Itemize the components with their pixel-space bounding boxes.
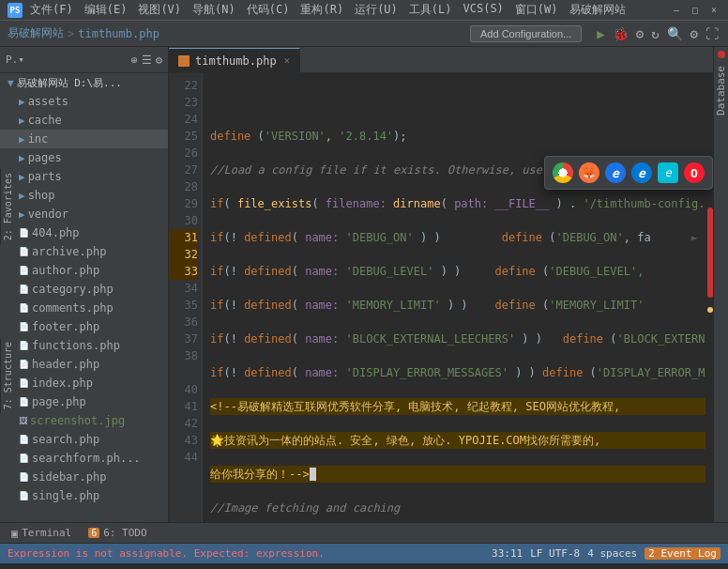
structure-panel-tab[interactable]: 7: Structure xyxy=(0,338,17,413)
terminal-tab[interactable]: ▣ Terminal xyxy=(4,523,79,544)
edge-icon[interactable]: e xyxy=(631,162,652,183)
menu-vcs[interactable]: VCS(S) xyxy=(463,2,504,18)
code-line-26: if(! defined( name: 'DEBUG_ON' ) ) defin… xyxy=(210,229,713,246)
tree-file-author[interactable]: 📄 author.php xyxy=(0,261,168,280)
tree-file-screenshot[interactable]: 🖼 screenshot.jpg xyxy=(0,411,168,430)
error-message: Expression is not assignable. Expected: … xyxy=(8,547,325,560)
editor-area: timthumb.php × 22 23 24 25 26 27 28 29 3… xyxy=(169,47,713,522)
code-editor[interactable]: 22 23 24 25 26 27 28 29 30 31 32 33 34 3… xyxy=(169,73,713,522)
tab-file-icon xyxy=(178,55,190,67)
chrome-icon[interactable] xyxy=(553,162,573,183)
menu-file[interactable]: 文件(F) xyxy=(30,2,73,18)
panel-sync-icon[interactable]: ⊕ xyxy=(131,54,138,67)
panel-dropdown[interactable]: P.▾ xyxy=(6,54,24,66)
line-numbers: 22 23 24 25 26 27 28 29 30 31 32 33 34 3… xyxy=(169,73,203,522)
menu-view[interactable]: 视图(V) xyxy=(138,2,181,18)
breadcrumb-sep: > xyxy=(68,27,74,40)
panel-gear-icon[interactable]: ⚙ xyxy=(156,54,162,67)
tree-folder-vendor[interactable]: ▶ vendor xyxy=(0,205,168,223)
opera-icon[interactable]: O xyxy=(684,162,705,183)
tree-file-404[interactable]: 📄 404.php xyxy=(0,223,168,242)
menu-window[interactable]: 窗口(W) xyxy=(515,2,558,18)
warning-indicator xyxy=(707,307,713,313)
menu-run[interactable]: 运行(U) xyxy=(355,2,398,18)
code-content[interactable]: define ('VERSION', '2.8.14'); //Load a c… xyxy=(203,73,713,522)
menu-tools[interactable]: 工具(L) xyxy=(409,2,452,18)
code-line-23: define ('VERSION', '2.8.14'); xyxy=(210,128,713,145)
tree-file-comments[interactable]: 📄 comments.php xyxy=(0,299,168,317)
settings-icon[interactable]: ⚙ xyxy=(689,26,700,41)
firefox-icon[interactable]: 🦊 xyxy=(579,162,599,183)
terminal-label: Terminal xyxy=(22,527,71,539)
debug-icon[interactable]: 🐞 xyxy=(611,26,630,41)
close-button[interactable]: × xyxy=(707,4,720,17)
tree-file-category[interactable]: 📄 category.php xyxy=(0,280,168,299)
favorites-panel-tab[interactable]: 2: Favorites xyxy=(0,169,17,244)
menu-bar: 文件(F) 编辑(E) 视图(V) 导航(N) 代码(C) 重构(R) 运行(U… xyxy=(30,2,626,18)
tab-timthumb[interactable]: timthumb.php × xyxy=(169,48,300,72)
tree-file-footer[interactable]: 📄 footer.php xyxy=(0,317,168,336)
tree-folder-shop[interactable]: ▶ shop xyxy=(0,186,168,205)
tree-file-header[interactable]: 📄 header.php xyxy=(0,355,168,374)
project-panel: P.▾ ⊕ ☰ ⚙ ▼ 易破解网站 D:\易... ▶ assets xyxy=(0,47,169,522)
minimize-button[interactable]: — xyxy=(670,4,683,17)
code-line-30: if(! defined( name: 'DISPLAY_ERROR_MESSA… xyxy=(210,364,713,381)
ie-icon[interactable]: e xyxy=(605,162,626,183)
update-icon[interactable]: ↻ xyxy=(649,26,660,41)
search-everywhere-icon[interactable]: 🔍 xyxy=(665,26,685,41)
menu-site[interactable]: 易破解网站 xyxy=(569,2,626,18)
code-line-32: 🌟技资讯为一体的的站点. 安全, 绿色, 放心. YPOJIE.COM找你所需要… xyxy=(210,432,713,449)
todo-tab[interactable]: 6 6: TODO xyxy=(81,523,154,544)
app-icon: PS xyxy=(8,3,23,18)
status-bar: Expression is not assignable. Expected: … xyxy=(0,543,728,563)
code-line-29: if(! defined( name: 'BLOCK_EXTERNAL_LEEC… xyxy=(210,331,713,347)
tab-close-button[interactable]: × xyxy=(284,55,290,66)
menu-refactor[interactable]: 重构(R) xyxy=(300,2,343,18)
tree-file-search[interactable]: 📄 search.php xyxy=(0,430,168,449)
add-configuration-button[interactable]: Add Configuration... xyxy=(470,25,582,42)
tree-file-index[interactable]: 📄 index.php xyxy=(0,374,168,392)
tree-folder-cache[interactable]: ▶ cache xyxy=(0,111,168,130)
database-panel: Database xyxy=(713,47,728,522)
event-log-button[interactable]: 2 Event Log xyxy=(645,547,720,560)
tab-label: timthumb.php xyxy=(195,54,277,68)
tabs-bar: timthumb.php × xyxy=(169,47,713,73)
tree-folder-assets[interactable]: ▶ assets xyxy=(0,92,168,111)
panel-toolbar: ⊕ ☰ ⚙ xyxy=(131,54,162,67)
todo-label: 6: TODO xyxy=(103,527,146,539)
tree-file-functions[interactable]: 📄 functions.php xyxy=(0,336,168,355)
error-indicator xyxy=(707,208,713,298)
database-indicator xyxy=(718,51,725,58)
cursor-position: 33:11 xyxy=(492,547,523,560)
panel-collapse-icon[interactable]: ☰ xyxy=(142,54,152,67)
menu-edit[interactable]: 编辑(E) xyxy=(84,2,128,18)
menu-nav[interactable]: 导航(N) xyxy=(192,2,235,18)
indent-info: 4 spaces xyxy=(587,547,637,560)
database-label[interactable]: Database xyxy=(715,66,727,115)
tree-file-page[interactable]: 📄 page.php xyxy=(0,392,168,411)
tree-root[interactable]: ▼ 易破解网站 D:\易... xyxy=(0,73,168,92)
menu-code[interactable]: 代码(C) xyxy=(247,2,290,18)
nav-bar: 易破解网站 > timthumb.php Add Configuration..… xyxy=(0,21,728,47)
tree-folder-inc[interactable]: ▶ inc xyxy=(0,130,168,148)
run-icon[interactable]: ▶ xyxy=(595,26,606,41)
code-line-25: if( file_exists( filename: dirname( path… xyxy=(210,195,713,212)
tree-folder-pages[interactable]: ▶ pages xyxy=(0,148,168,167)
window-controls: — □ × xyxy=(670,4,720,17)
scrollbar-track xyxy=(705,73,713,522)
breadcrumb-file[interactable]: timthumb.php xyxy=(78,27,159,40)
status-info: 33:11 LF UTF-8 4 spaces 2 Event Log xyxy=(492,547,720,560)
tree-file-searchform[interactable]: 📄 searchform.ph... xyxy=(0,449,168,468)
breadcrumb-site[interactable]: 易破解网站 xyxy=(8,25,64,41)
title-bar: PS 文件(F) 编辑(E) 视图(V) 导航(N) 代码(C) 重构(R) 运… xyxy=(0,0,728,21)
maximize-button[interactable]: □ xyxy=(689,4,702,17)
fullscreen-icon[interactable]: ⛶ xyxy=(704,26,720,41)
main-area: P.▾ ⊕ ☰ ⚙ ▼ 易破解网站 D:\易... ▶ assets xyxy=(0,47,728,522)
tree-file-single[interactable]: 📄 single.php xyxy=(0,486,168,505)
file-tree: ▼ 易破解网站 D:\易... ▶ assets ▶ cache ▶ inc xyxy=(0,73,168,522)
ie-alt-icon[interactable]: e xyxy=(658,162,678,183)
tree-file-archive[interactable]: 📄 archive.php xyxy=(0,242,168,261)
build-icon[interactable]: ⚙ xyxy=(634,26,645,41)
tree-file-sidebar[interactable]: 📄 sidebar.php xyxy=(0,468,168,486)
tree-folder-parts[interactable]: ▶ parts xyxy=(0,167,168,186)
